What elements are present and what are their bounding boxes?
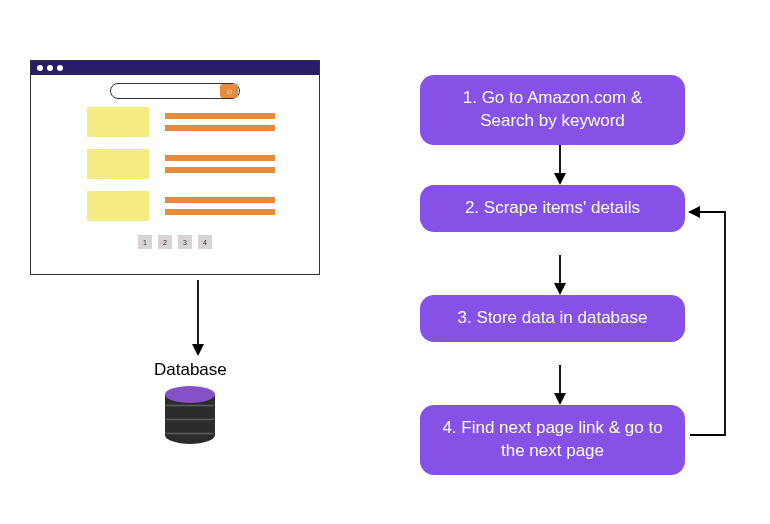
text-line	[165, 125, 275, 131]
window-dot	[47, 65, 53, 71]
database-icon	[165, 386, 215, 444]
text-line	[165, 197, 275, 203]
text-line	[165, 113, 275, 119]
window-dot	[57, 65, 63, 71]
loop-arrow-icon	[680, 200, 740, 450]
arrow-down-icon	[550, 255, 570, 297]
window-dot	[37, 65, 43, 71]
result-text	[165, 155, 275, 173]
list-item	[87, 191, 319, 221]
step-3: 3. Store data in database	[420, 295, 685, 342]
text-line	[165, 155, 275, 161]
page-button[interactable]: 3	[178, 235, 192, 249]
page-button[interactable]: 2	[158, 235, 172, 249]
svg-marker-7	[554, 393, 566, 405]
pager: 1 2 3 4	[31, 235, 319, 249]
svg-marker-8	[688, 206, 700, 218]
text-line	[165, 209, 275, 215]
search-input[interactable]: ⌕	[110, 83, 240, 99]
search-results	[31, 107, 319, 221]
arrow-down-icon	[550, 365, 570, 407]
arrow-down-icon	[550, 145, 570, 187]
browser-titlebar	[31, 61, 319, 75]
result-thumbnail	[87, 107, 149, 137]
page-button[interactable]: 1	[138, 235, 152, 249]
arrow-down-icon	[188, 280, 208, 358]
page-button[interactable]: 4	[198, 235, 212, 249]
result-thumbnail	[87, 191, 149, 221]
searchbar-row: ⌕	[31, 83, 319, 99]
text-line	[165, 167, 275, 173]
result-thumbnail	[87, 149, 149, 179]
database-label: Database	[154, 360, 227, 380]
list-item	[87, 107, 319, 137]
svg-marker-1	[192, 344, 204, 356]
svg-marker-5	[554, 283, 566, 295]
list-item	[87, 149, 319, 179]
svg-marker-3	[554, 173, 566, 185]
search-button[interactable]: ⌕	[220, 84, 238, 98]
search-icon: ⌕	[227, 86, 232, 96]
browser-mockup: ⌕ 1 2 3 4	[30, 60, 320, 275]
result-text	[165, 197, 275, 215]
step-4: 4. Find next page link & go to the next …	[420, 405, 685, 475]
step-1: 1. Go to Amazon.com & Search by keyword	[420, 75, 685, 145]
step-2: 2. Scrape items' details	[420, 185, 685, 232]
result-text	[165, 113, 275, 131]
